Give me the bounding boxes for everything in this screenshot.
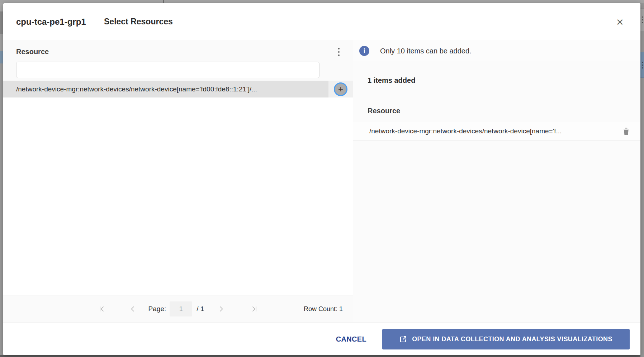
grip-dot [642, 16, 643, 18]
plus-icon: + [338, 84, 343, 94]
page-edge-left [0, 3, 3, 355]
group-name-title: cpu-tca-pe1-grp1 [16, 3, 86, 40]
last-page-icon [251, 305, 258, 313]
kebab-menu-icon[interactable] [333, 45, 345, 59]
close-button[interactable]: ✕ [614, 16, 626, 28]
page-number-input[interactable] [170, 301, 192, 316]
page-edge-left-seg [0, 11, 3, 34]
dialog-title: Select Resources [104, 3, 173, 40]
resource-filter-input[interactable] [16, 62, 319, 78]
prev-page-icon [129, 305, 136, 313]
page-edge-top-divider [163, 0, 164, 3]
info-icon: i [359, 46, 369, 56]
close-icon: ✕ [616, 17, 624, 28]
kebab-dot [338, 54, 340, 56]
select-resources-dialog: cpu-tca-pe1-grp1 Select Resources ✕ Reso… [3, 3, 640, 355]
grip-dot [642, 19, 643, 20]
pagination-controls: Page: / 1 [97, 301, 260, 316]
open-button-label: OPEN IN DATA COLLECTION AND ANALYSIS VIS… [412, 335, 612, 343]
next-page-button[interactable] [216, 304, 226, 314]
open-in-visualizations-button[interactable]: OPEN IN DATA COLLECTION AND ANALYSIS VIS… [382, 329, 630, 349]
grip-dot [642, 22, 643, 23]
row-action-cell: + [328, 81, 353, 97]
first-page-icon [98, 305, 105, 313]
kebab-dot [338, 48, 340, 49]
add-resource-button[interactable]: + [334, 82, 347, 96]
page-edge-left-seg [0, 3, 3, 11]
next-page-icon [218, 305, 225, 313]
added-resource-column-header: Resource [368, 107, 400, 115]
dialog-footer: CANCEL OPEN IN DATA COLLECTION AND ANALY… [3, 323, 640, 355]
items-added-count: 1 items added [368, 76, 415, 85]
info-message: Only 10 items can be added. [380, 47, 472, 55]
added-items-panel: i Only 10 items can be added. 1 items ad… [353, 40, 640, 323]
info-banner: i Only 10 items can be added. [353, 40, 640, 62]
cancel-button[interactable]: CANCEL [336, 335, 366, 343]
external-link-icon [399, 335, 407, 343]
page-scrollbar-strip [640, 3, 644, 357]
last-page-button[interactable] [249, 304, 259, 314]
trash-icon [623, 128, 630, 135]
dialog-header: cpu-tca-pe1-grp1 Select Resources ✕ [3, 3, 640, 40]
grip-dot [642, 67, 643, 68]
page-edge-left-seg [0, 34, 3, 51]
scrollbar-thumb-grip-active[interactable] [640, 52, 644, 78]
kebab-dot [338, 51, 340, 53]
grip-dot [642, 65, 643, 66]
resource-path-text: /network-device-mgr:network-devices/netw… [3, 85, 257, 93]
page-edge-bottom [0, 355, 644, 357]
added-resource-path-text: /network-device-mgr:network-devices/netw… [369, 127, 621, 135]
page-edge-top [0, 0, 644, 3]
grip-dot [642, 62, 643, 63]
pagination-bar: Page: / 1 Row Count: 1 [3, 295, 353, 323]
table-header: Resource [3, 40, 353, 81]
page-edge-left-seg [0, 51, 3, 63]
prev-page-button[interactable] [128, 304, 138, 314]
resource-table-row[interactable]: /network-device-mgr:network-devices/netw… [3, 81, 353, 97]
resource-column-header: Resource [16, 48, 49, 56]
added-resource-row: /network-device-mgr:network-devices/netw… [353, 122, 640, 141]
resource-picker-panel: Resource /network-device-mgr:network-dev… [3, 40, 353, 323]
page-total-label: / 1 [196, 305, 204, 313]
delete-resource-button[interactable] [621, 126, 631, 137]
row-count-label: Row Count: 1 [304, 305, 343, 313]
title-divider [93, 11, 93, 33]
page-label: Page: [148, 305, 166, 313]
scrollbar-thumb-grip[interactable] [640, 9, 644, 31]
first-page-button[interactable] [97, 304, 107, 314]
dialog-body: Resource /network-device-mgr:network-dev… [3, 40, 640, 323]
